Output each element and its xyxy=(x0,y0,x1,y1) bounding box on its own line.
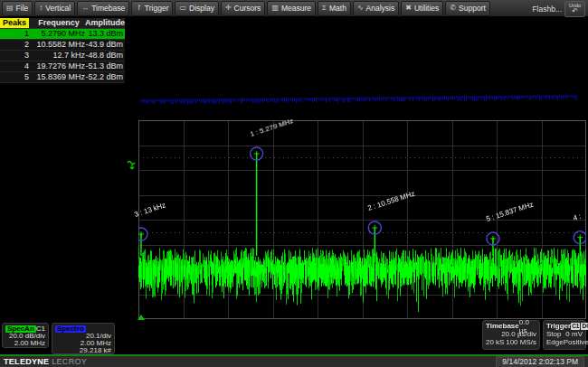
amplitude-header-cell: Amplitude xyxy=(85,18,125,28)
spectro-samples: 29.218 k# xyxy=(55,347,111,354)
trigger-slope: Positive xyxy=(564,338,588,346)
peak-number-cell: 4 xyxy=(0,61,29,71)
menu-button[interactable]: ▥ Measure xyxy=(267,1,316,16)
peak-amplitude-cell: -43.9 dBm xyxy=(85,40,125,50)
menu-item-label: Measure xyxy=(281,4,311,13)
peak-table-row[interactable]: 1 5.2790 MHz 13.3 dBm xyxy=(0,29,125,40)
trace-level-marker-icon[interactable] xyxy=(127,160,138,172)
timebase-scale: 20.0 µs/div xyxy=(501,330,536,338)
peak-frequency-cell: 5.2790 MHz xyxy=(29,29,85,39)
trace-baseline-marker-icon xyxy=(138,315,145,320)
menu-button[interactable]: ✖ Utilities xyxy=(401,1,443,16)
peak-table-row[interactable]: 5 15.8369 MHz -52.2 dBm xyxy=(0,72,125,83)
peak-amplitude-cell: 13.3 dBm xyxy=(85,29,125,39)
menu-item-icon: Σ xyxy=(322,5,327,12)
timebase-status-box[interactable]: Timebase 0.0 µs 20.0 µs/div 20 kS 100 MS… xyxy=(482,320,540,350)
trigger-mode: Stop xyxy=(546,330,561,338)
menu-button[interactable]: ▤ File xyxy=(2,1,33,16)
peak-frequency-cell: 15.8369 MHz xyxy=(29,72,85,82)
specan-span: 2.00 MHz xyxy=(5,340,45,347)
menu-item-icon: ▤ xyxy=(6,5,14,12)
menu-item-icon: ✆ xyxy=(450,5,456,12)
brand-strong: TELEDYNE xyxy=(4,357,49,366)
menu-bar: ▤ File ↕ Vertical ↔ Timebase ↾ Trigger ▭… xyxy=(0,0,588,17)
trigger-type: Edge xyxy=(546,338,564,346)
peak-table-row[interactable]: 2 10.5582 MHz -43.9 dBm xyxy=(0,40,125,51)
peak-number-cell: 3 xyxy=(0,51,29,61)
menu-item-label: Utilities xyxy=(414,4,439,13)
spectrum-plot[interactable] xyxy=(138,120,586,319)
timebase-samples: 20 kS xyxy=(486,338,504,346)
oscilloscope-screen: ▤ File ↕ Vertical ↔ Timebase ↾ Trigger ▭… xyxy=(0,0,588,367)
menu-button[interactable]: ↔ Timebase xyxy=(77,1,129,16)
spectro-tag: Spectro xyxy=(55,325,86,333)
peak-number-cell: 1 xyxy=(0,29,29,39)
trigger-level: 0 mV xyxy=(565,330,583,338)
menu-item-label: Vertical xyxy=(45,4,71,13)
menu-button[interactable]: ✆ Support xyxy=(445,1,489,16)
peaks-table: Peaks Frequency Amplitude 1 5.2790 MHz 1… xyxy=(0,18,125,83)
peak-amplitude-cell: -51.3 dBm xyxy=(85,61,125,71)
timebase-samplerate: 100 MS/s xyxy=(506,338,536,346)
peaks-header-label: Peaks xyxy=(0,18,29,28)
spectro-descriptor-box[interactable]: Spectro 20.1/div 2.00 MHz 29.218 k# xyxy=(52,323,115,354)
peak-table-row[interactable]: 3 12.7 kHz -48.8 dBm xyxy=(0,51,125,61)
menu-button[interactable]: ✛ Cursors xyxy=(221,1,265,16)
menu-button[interactable]: ∿ Analysis xyxy=(353,1,399,16)
timebase-title: Timebase xyxy=(486,322,519,330)
menu-button[interactable]: ▭ Display xyxy=(175,1,218,16)
menu-item-label: Support xyxy=(459,4,486,13)
peak-amplitude-cell: -52.2 dBm xyxy=(85,72,125,82)
peak-frequency-cell: 10.5582 MHz xyxy=(29,40,85,50)
menu-item-icon: ↔ xyxy=(81,5,89,12)
trigger-source-badge: C1 xyxy=(571,323,580,330)
menu-item-label: Display xyxy=(189,4,214,13)
specan-descriptor-box[interactable]: SpecAn C1 20.0 dB/div 2.00 MHz xyxy=(2,323,49,348)
trigger-coupling-badge: DC xyxy=(581,323,588,330)
footer-bar: TELEDYNE LECROY 9/14/2012 2:02:13 PM xyxy=(0,354,588,367)
menu-item-icon: ▭ xyxy=(179,5,186,12)
menu-item-label: File xyxy=(16,4,29,13)
peak-table-row[interactable]: 4 19.7276 MHz -51.3 dBm xyxy=(0,61,125,72)
menu-item-icon: ∿ xyxy=(357,5,364,12)
menu-button[interactable]: ↕ Vertical xyxy=(34,1,75,16)
trigger-status-box[interactable]: Trigger C1 DC Stop 0 mV Edge Positive xyxy=(543,320,586,350)
menu-item-label: Cursors xyxy=(234,4,261,13)
menu-item-label: Analysis xyxy=(366,4,395,13)
menu-item-icon: ↕ xyxy=(39,5,43,12)
spectrogram-3d-plot[interactable] xyxy=(127,24,588,118)
peak-number-cell: 2 xyxy=(0,40,29,50)
peaks-table-body: 1 5.2790 MHz 13.3 dBm 2 10.5582 MHz -43.… xyxy=(0,29,125,83)
menu-item-icon: ✖ xyxy=(405,5,412,12)
menu-item-label: Timebase xyxy=(91,4,125,13)
peaks-table-header: Peaks Frequency Amplitude xyxy=(0,18,125,29)
frequency-header-cell: Frequency xyxy=(33,18,85,28)
brand-logo: TELEDYNE LECROY xyxy=(4,357,87,366)
menu-button[interactable]: Σ Math xyxy=(318,1,351,16)
menu-item-label: Trigger xyxy=(145,4,169,13)
peak-number-cell: 5 xyxy=(0,72,29,82)
trigger-title: Trigger xyxy=(546,322,571,330)
menu-button[interactable]: ↾ Trigger xyxy=(131,1,173,16)
peak-frequency-cell: 12.7 kHz xyxy=(29,51,85,61)
menu-item-icon: ▥ xyxy=(271,5,279,12)
brand-light: LECROY xyxy=(52,357,87,366)
peaks-header-cell: Peaks xyxy=(0,18,33,28)
peak-amplitude-cell: -48.8 dBm xyxy=(85,51,125,61)
menu-item-label: Math xyxy=(329,4,346,13)
menu-item-icon: ✛ xyxy=(225,5,232,12)
peak-frequency-cell: 19.7276 MHz xyxy=(29,61,85,71)
clock-timestamp: 9/14/2012 2:02:13 PM xyxy=(496,356,584,367)
menu-item-icon: ↾ xyxy=(136,5,142,12)
